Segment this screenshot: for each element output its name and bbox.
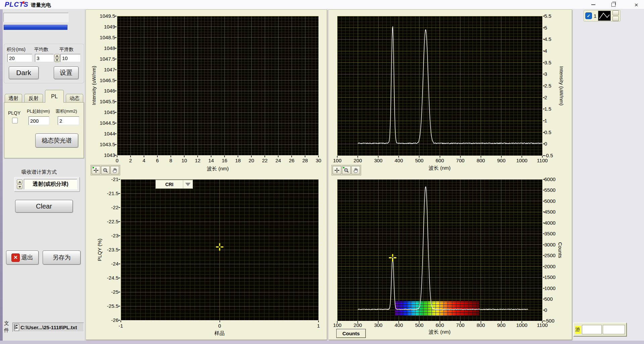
y-tick-mark — [118, 292, 120, 292]
increment-button[interactable] — [54, 54, 60, 58]
application-window: PLCTS 谱量光电 × 积分(ms) 平均数 平滑数 Dark 设置 透射 反… — [0, 0, 644, 344]
hand-icon[interactable] — [110, 166, 119, 174]
area-input[interactable] — [58, 116, 79, 125]
x-tick-mark — [144, 156, 144, 157]
pl-start-input[interactable] — [29, 116, 49, 125]
crosshair-icon[interactable] — [333, 166, 341, 174]
y-tick-label: -25 — [92, 289, 118, 295]
x-tick-mark — [419, 156, 419, 158]
dark-button[interactable]: Dark — [9, 66, 39, 79]
integration-input[interactable] — [7, 54, 32, 62]
y-tick-mark — [543, 97, 545, 98]
decrement-button[interactable] — [54, 58, 60, 62]
y-tick-label: 1000 — [544, 285, 571, 292]
cursor-x-value[interactable] — [582, 325, 602, 334]
minimize-button[interactable] — [586, 0, 601, 9]
average-input[interactable] — [35, 54, 54, 62]
path-type-icon — [14, 324, 19, 331]
tab-pl[interactable]: PL — [45, 90, 64, 103]
counts-scale-button[interactable]: Counts — [336, 329, 366, 338]
x-tick-mark — [481, 156, 481, 158]
up-arrow-icon — [18, 181, 21, 183]
exit-button[interactable]: ✕ 退出 — [6, 250, 39, 265]
clear-button[interactable]: Clear — [15, 200, 73, 213]
increment-button[interactable] — [17, 179, 22, 184]
plot-area-tr[interactable] — [337, 16, 542, 156]
y-tick-mark — [543, 255, 545, 256]
close-button[interactable]: × — [629, 0, 644, 9]
y-tick-mark — [543, 244, 545, 245]
legend-scroll-down-button[interactable] — [612, 16, 619, 21]
plqy-label: PLQY — [8, 110, 23, 116]
y-tick-mark — [543, 51, 545, 51]
minimize-icon — [591, 4, 595, 5]
file-label: 文件 — [4, 320, 10, 334]
y-tick-mark — [118, 306, 120, 306]
progress-bar — [4, 25, 67, 30]
plot-area-tl[interactable] — [117, 16, 318, 155]
plot-area-br[interactable] — [337, 179, 542, 321]
y-tick-mark — [118, 179, 120, 180]
y-tick-label: 4500 — [544, 209, 571, 215]
crosshair-icon[interactable] — [92, 166, 100, 174]
plot-area-bl[interactable] — [121, 179, 318, 320]
y-tick-mark — [543, 120, 545, 121]
x-tick-label: 600 — [428, 322, 452, 329]
app-logo: PLCTS — [5, 1, 29, 8]
plqy-checkbox[interactable] — [12, 118, 18, 123]
smoothing-input[interactable] — [60, 54, 81, 62]
y-tick-label: 1049 — [88, 23, 115, 30]
absorption-method-value[interactable]: 透射(或积分球) — [24, 179, 77, 189]
graph-tool-palette — [91, 165, 120, 175]
cursor-y-value[interactable] — [603, 325, 625, 334]
y-tick-mark — [118, 235, 120, 236]
cursor-legend: 游 — [573, 323, 627, 337]
cursor-name-tag[interactable]: 游 — [575, 326, 581, 334]
plot-visible-checkbox[interactable]: ✓ — [585, 12, 592, 19]
x-tick-label: 300 — [366, 157, 390, 164]
zoom-icon[interactable] — [101, 166, 110, 174]
y-tick-label: 5000 — [544, 198, 571, 205]
file-path-control[interactable]: C:\User...\25-1118\PL.txt — [12, 323, 84, 332]
x-tick-mark — [378, 321, 379, 323]
y-tick-mark — [543, 266, 545, 267]
y-tick-label: 1048.5 — [88, 34, 115, 41]
restore-button[interactable] — [606, 0, 621, 9]
plot-style-sample[interactable] — [598, 11, 611, 21]
settings-button[interactable]: 设置 — [54, 66, 79, 79]
y-tick-label: 1044.5 — [88, 120, 115, 126]
y-tick-mark — [115, 123, 116, 123]
save-as-button[interactable]: 另存为 — [43, 250, 81, 265]
x-axis-title: 样品 — [169, 330, 270, 337]
y-tick-label: 1049.5 — [88, 13, 115, 19]
y-tick-label: 500 — [544, 296, 571, 302]
x-tick-label: 200 — [346, 157, 369, 164]
steady-state-pl-button[interactable]: 稳态荧光谱 — [35, 133, 78, 148]
y-tick-mark — [543, 321, 545, 321]
tab-reflection[interactable]: 反射 — [24, 94, 43, 102]
y-tick-label: -23.5 — [92, 246, 118, 253]
y-tick-label: -21.5 — [92, 190, 118, 197]
y-tick-mark — [118, 249, 120, 250]
legend-scroll-up-button[interactable] — [612, 10, 619, 15]
y-tick-mark — [543, 299, 545, 299]
y-tick-label: 6000 — [544, 176, 571, 183]
down-arrow-icon — [18, 186, 21, 188]
y-tick-mark — [115, 133, 116, 134]
x-tick-mark — [318, 156, 319, 157]
cri-selector[interactable]: CRI — [155, 180, 193, 189]
tab-dynamic[interactable]: 动态 — [66, 94, 83, 102]
y-tick-mark — [115, 37, 116, 38]
integration-label: 积分(ms) — [7, 47, 33, 53]
x-tick-mark — [419, 321, 419, 323]
y-tick-label: -24 — [92, 261, 118, 267]
zoom-icon[interactable] — [342, 166, 351, 174]
tab-transmission[interactable]: 透射 — [5, 94, 22, 102]
x-tick-label: 400 — [387, 322, 410, 329]
decrement-button[interactable] — [17, 184, 22, 189]
x-tick-label: 200 — [346, 322, 369, 329]
hand-icon[interactable] — [351, 166, 360, 174]
x-tick-mark — [481, 321, 481, 323]
dropdown-arrow[interactable] — [183, 180, 193, 188]
x-tick-mark — [378, 156, 379, 158]
